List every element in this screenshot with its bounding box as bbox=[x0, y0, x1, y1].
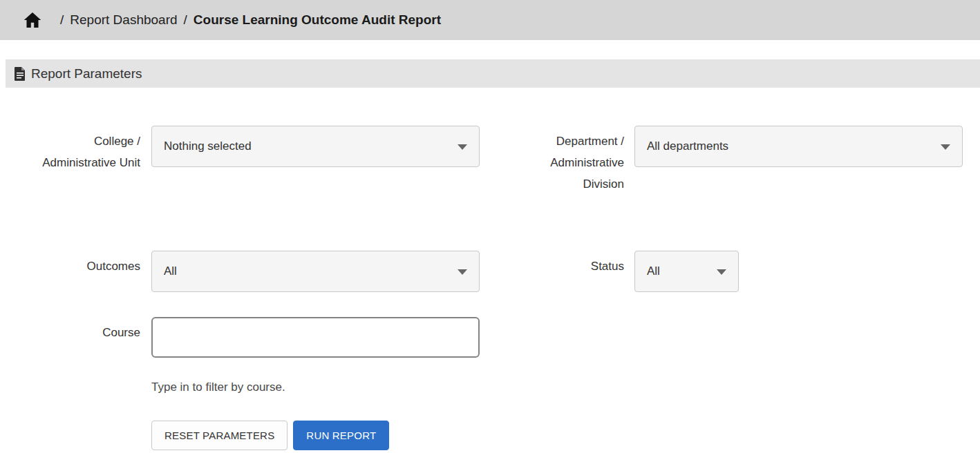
college-select[interactable]: Nothing selected bbox=[151, 126, 480, 167]
report-parameters-panel: Report Parameters College / Administrati… bbox=[6, 59, 980, 450]
status-label: Status bbox=[480, 251, 634, 277]
course-label: Course bbox=[6, 317, 151, 343]
panel-header: Report Parameters bbox=[6, 59, 980, 88]
report-parameters-form: College / Administrative Unit Nothing se… bbox=[6, 88, 980, 450]
file-icon bbox=[15, 67, 26, 81]
department-select[interactable]: All departments bbox=[634, 126, 963, 167]
reset-parameters-button[interactable]: RESET PARAMETERS bbox=[151, 421, 288, 450]
college-select-value: Nothing selected bbox=[164, 139, 252, 153]
outcomes-select[interactable]: All bbox=[151, 251, 480, 292]
outcomes-select-value: All bbox=[164, 264, 177, 278]
department-label: Department / Administrative Division bbox=[480, 126, 634, 195]
breadcrumb-current-page: Course Learning Outcome Audit Report bbox=[194, 12, 441, 28]
status-select[interactable]: All bbox=[634, 251, 739, 292]
chevron-down-icon bbox=[941, 144, 950, 150]
college-label: College / Administrative Unit bbox=[6, 126, 151, 173]
breadcrumb-separator: / bbox=[184, 12, 187, 28]
chevron-down-icon bbox=[458, 269, 467, 275]
panel-title: Report Parameters bbox=[31, 66, 142, 81]
status-select-value: All bbox=[647, 264, 660, 278]
breadcrumb: / Report Dashboard / Course Learning Out… bbox=[0, 0, 980, 40]
outcomes-label: Outcomes bbox=[6, 251, 151, 277]
chevron-down-icon bbox=[717, 269, 726, 275]
breadcrumb-item-report-dashboard[interactable]: Report Dashboard bbox=[70, 12, 177, 28]
department-select-value: All departments bbox=[647, 139, 728, 153]
course-input[interactable] bbox=[151, 317, 480, 358]
chevron-down-icon bbox=[458, 144, 467, 150]
breadcrumb-separator: / bbox=[60, 12, 64, 28]
run-report-button[interactable]: RUN REPORT bbox=[293, 421, 389, 450]
course-help-text: Type in to filter by course. bbox=[151, 380, 980, 394]
home-icon[interactable] bbox=[21, 8, 44, 32]
